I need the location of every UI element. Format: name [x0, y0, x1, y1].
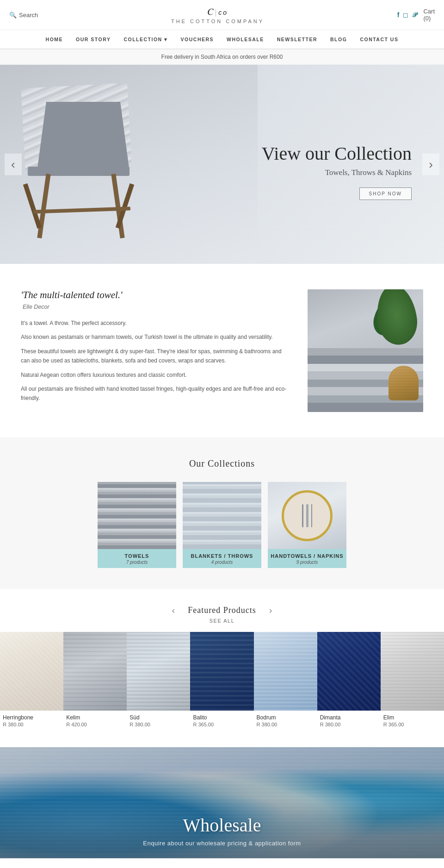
quote-source: Elle Decor — [21, 304, 287, 310]
hero-next-button[interactable]: › — [422, 154, 439, 175]
quote-para-2: Also known as pestamals or hammam towels… — [21, 332, 287, 342]
collection-card-blankets[interactable]: BLANKETS / THROWS 4 products — [183, 482, 261, 568]
quote-para-1: It's a towel. A throw. The perfect acces… — [21, 318, 287, 328]
balito-image — [190, 632, 253, 711]
handtowels-image — [268, 482, 346, 549]
product-card-dimanta[interactable]: Dimanta R 380.00 — [317, 632, 381, 731]
pinterest-icon[interactable]: 𝒫 — [412, 11, 417, 19]
logo-symbol: 𝐶|co — [171, 6, 264, 18]
featured-prev-button[interactable]: ‹ — [168, 605, 179, 616]
sud-price: R 380.00 — [130, 722, 187, 727]
social-icons: f ◻ 𝒫 — [397, 11, 417, 19]
logo[interactable]: 𝐶|co THE COTTON COMPANY — [171, 6, 264, 24]
quote-image — [308, 289, 423, 412]
promo-banner: Free delivery in South Africa on orders … — [0, 49, 444, 65]
elim-name: Elim — [383, 714, 441, 721]
promo-text: Free delivery in South Africa on orders … — [161, 54, 283, 60]
blankets-name: BLANKETS / THROWS — [185, 553, 259, 559]
product-card-kelim[interactable]: Kelim R 420.00 — [63, 632, 127, 731]
sud-image — [127, 632, 190, 711]
header-right: f ◻ 𝒫 Cart (0) — [397, 8, 435, 22]
kelim-info: Kelim R 420.00 — [63, 711, 127, 731]
main-nav: HOME OUR STORY COLLECTION ▾ VOUCHERS WHO… — [0, 30, 444, 49]
hero-image — [0, 65, 258, 264]
products-row: Herringbone R 380.00 Kelim R 420.00 Süd … — [0, 632, 444, 731]
instagram-icon[interactable]: ◻ — [403, 11, 408, 19]
sud-info: Süd R 380.00 — [127, 711, 190, 731]
towels-count: 7 products — [100, 560, 173, 565]
herringbone-name: Herringbone — [3, 714, 61, 721]
facebook-icon[interactable]: f — [397, 11, 400, 19]
bodrum-price: R 380.00 — [257, 722, 314, 727]
featured-next-button[interactable]: › — [265, 605, 276, 616]
handtowels-name: HANDTOWELS / NAPKINS — [271, 553, 344, 559]
search-label: Search — [19, 12, 38, 19]
collection-card-towels[interactable]: TOWELS 7 products — [98, 482, 176, 568]
sud-name: Süd — [130, 714, 187, 721]
handtowels-count: 9 products — [271, 560, 344, 565]
elim-image — [381, 632, 444, 711]
search-button[interactable]: 🔍 Search — [9, 12, 38, 19]
dimanta-info: Dimanta R 380.00 — [317, 711, 381, 731]
bodrum-image — [254, 632, 317, 711]
nav-item-collection[interactable]: COLLECTION ▾ — [117, 30, 174, 49]
cart-button[interactable]: Cart (0) — [423, 8, 435, 22]
quote-text-area: 'The multi-talented towel.' Elle Decor I… — [21, 289, 287, 408]
quote-para-5: All our pestamals are finished with hand… — [21, 384, 287, 403]
see-all-link[interactable]: SEE ALL — [0, 618, 444, 624]
quote-heading: 'The multi-talented towel.' — [21, 289, 287, 301]
bodrum-info: Bodrum R 380.00 — [254, 711, 317, 731]
wholesale-overlay: Wholesale Enquire about our wholesale pr… — [0, 814, 444, 847]
kelim-name: Kelim — [66, 714, 124, 721]
nav-item-home[interactable]: HOME — [39, 30, 70, 49]
cart-count: (0) — [423, 15, 431, 22]
product-card-balito[interactable]: Balito R 365.00 — [190, 632, 253, 731]
featured-section: ‹ Featured Products › SEE ALL Herringbon… — [0, 589, 444, 747]
nav-item-vouchers[interactable]: VOUCHERS — [174, 30, 221, 49]
site-header: 🔍 Search 𝐶|co THE COTTON COMPANY f ◻ 𝒫 C… — [0, 0, 444, 30]
nav-item-our-story[interactable]: OUR STORY — [69, 30, 117, 49]
hero-cta-button[interactable]: SHOP NOW — [359, 187, 412, 200]
quote-para-4: Natural Aegean cotton offers luxurious t… — [21, 370, 287, 380]
towels-name: TOWELS — [100, 553, 173, 559]
dimanta-image — [317, 632, 381, 711]
collection-card-handtowels[interactable]: HANDTOWELS / NAPKINS 9 products — [268, 482, 346, 568]
nav-item-contact[interactable]: CONTACT US — [353, 30, 405, 49]
cart-label: Cart — [423, 8, 435, 15]
blankets-label: BLANKETS / THROWS 4 products — [183, 549, 261, 568]
search-icon: 🔍 — [9, 12, 17, 19]
featured-header: ‹ Featured Products › — [0, 605, 444, 616]
quote-section: 'The multi-talented towel.' Elle Decor I… — [0, 264, 444, 437]
herringbone-info: Herringbone R 380.00 — [0, 711, 63, 731]
hero-subtitle: Towels, Throws & Napkins — [222, 168, 412, 177]
collections-title: Our Collections — [9, 458, 435, 469]
nav-item-wholesale[interactable]: WHOLESALE — [220, 30, 271, 49]
dimanta-name: Dimanta — [320, 714, 378, 721]
wholesale-section[interactable]: Wholesale Enquire about our wholesale pr… — [0, 747, 444, 858]
balito-price: R 365.00 — [193, 722, 251, 727]
kelim-image — [63, 632, 127, 711]
hero-prev-button[interactable]: ‹ — [5, 154, 22, 175]
balito-name: Balito — [193, 714, 251, 721]
wholesale-subtitle: Enquire about our wholesale pricing & ap… — [0, 840, 444, 847]
dimanta-price: R 380.00 — [320, 722, 378, 727]
nav-item-blog[interactable]: BLOG — [324, 30, 353, 49]
handtowels-label: HANDTOWELS / NAPKINS 9 products — [268, 549, 346, 568]
blankets-image — [183, 482, 261, 549]
hero-title: View our Collection — [222, 143, 412, 164]
quote-para-3: These beautiful towels are lightweight &… — [21, 347, 287, 366]
bodrum-name: Bodrum — [257, 714, 314, 721]
featured-title: Featured Products — [188, 606, 256, 615]
hero-content: View our Collection Towels, Throws & Nap… — [222, 129, 444, 200]
product-card-bodrum[interactable]: Bodrum R 380.00 — [254, 632, 317, 731]
kelim-price: R 420.00 — [66, 722, 124, 727]
collections-section: Our Collections TOWELS 7 products BLANKE… — [0, 437, 444, 589]
collections-grid: TOWELS 7 products BLANKETS / THROWS 4 pr… — [9, 482, 435, 568]
hero-section: ‹ View our Collection Towels, Throws & N… — [0, 65, 444, 264]
herringbone-price: R 380.00 — [3, 722, 61, 727]
wholesale-title: Wholesale — [0, 814, 444, 836]
product-card-sud[interactable]: Süd R 380.00 — [127, 632, 190, 731]
product-card-herringbone[interactable]: Herringbone R 380.00 — [0, 632, 63, 731]
product-card-elim[interactable]: Elim R 365.00 — [381, 632, 444, 731]
nav-item-newsletter[interactable]: NEWSLETTER — [271, 30, 324, 49]
